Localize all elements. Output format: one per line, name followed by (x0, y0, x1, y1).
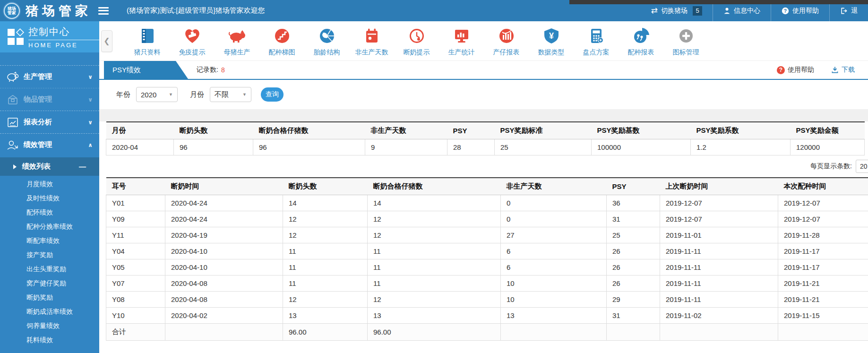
column-header: 月份 (106, 122, 174, 139)
column-header: PSY奖励标准 (495, 122, 592, 139)
shortcut-immunity-reminder[interactable]: 免疫提示 (170, 26, 215, 57)
table-row: Y012020-04-2414140362019-12-072019-12-07 (106, 195, 868, 211)
download-link-label: 下载 (842, 66, 855, 74)
table-cell: 2019-11-21 (778, 292, 868, 308)
shortcut-nonproductive-days[interactable]: 非生产天数 (349, 26, 394, 57)
table-cell (660, 324, 778, 341)
column-header: 断奶头数 (283, 178, 368, 195)
submenu-item[interactable]: 月度绩效 (0, 177, 99, 191)
table-cell: 29 (607, 292, 660, 308)
column-header: 断奶合格仔猪数 (253, 122, 365, 139)
submenu-item[interactable]: 窝产健仔奖励 (0, 276, 99, 290)
submenu-item[interactable]: 及时性绩效 (0, 191, 99, 205)
shortcut-parity-structure[interactable]: 胎龄结构 (304, 26, 349, 57)
submenu-item[interactable]: 配种分娩率绩效 (0, 219, 99, 233)
shortcut-icon-management[interactable]: 图标管理 (663, 26, 708, 57)
scroll-left-button[interactable]: ❮ (101, 30, 112, 52)
table-cell: 12 (368, 211, 501, 227)
column-header: PSY (447, 122, 495, 139)
table-cell: 2020-04-19 (165, 227, 283, 243)
sidebar-header[interactable]: 控制中心 HOME PAGE (0, 21, 99, 52)
shortcut-weaning-reminder[interactable]: 断奶提示 (394, 26, 439, 57)
monitor-chart-icon (451, 26, 472, 46)
table-cell: 2020-04-24 (165, 195, 283, 211)
stairs-circle-icon (272, 26, 292, 46)
shortcut-sow-production[interactable]: 母猪生产 (215, 26, 259, 57)
table-cell: 14 (368, 195, 501, 211)
sidebar-item-goods[interactable]: 物品管理 ∨ (0, 88, 99, 111)
help-link[interactable]: ? 使用帮助 (777, 66, 814, 74)
submenu-item[interactable]: 耗料绩效 (0, 333, 99, 347)
submenu-item[interactable]: 出生头重奖励 (0, 262, 99, 276)
shortcut-label: 母猪生产 (224, 48, 250, 57)
money-icon: ¥ (541, 26, 562, 46)
menu-toggle-icon[interactable] (98, 7, 109, 15)
shortcut-production-stats[interactable]: 生产统计 (439, 26, 484, 57)
table-cell: 11 (368, 243, 501, 259)
table-cell: 14 (283, 195, 368, 211)
submenu-item[interactable]: 饲养量绩效 (0, 319, 99, 333)
year-select-value: 2020 (141, 91, 156, 99)
column-header: 非生产天数 (501, 178, 607, 195)
table-cell: 12 (283, 211, 368, 227)
table-cell: 1.2 (691, 139, 791, 155)
table-cell: 2019-12-07 (660, 211, 778, 227)
user-icon (723, 7, 730, 14)
submenu-item[interactable]: 配怀绩效 (0, 205, 99, 219)
table-cell: 13 (283, 308, 368, 324)
sidebar-item-label: 绩效管理 (24, 140, 52, 149)
submenu-item[interactable]: 断奶奖励 (0, 290, 99, 304)
table-cell: 31 (607, 211, 660, 227)
sidebar-item-production[interactable]: 生产管理 ∨ (0, 65, 99, 88)
year-select[interactable]: 2020 ▼ (136, 87, 178, 102)
submenu-item[interactable]: 断奶成活率绩效 (0, 304, 99, 319)
shortcut-inventory-plan[interactable]: 盘点方案 (574, 26, 619, 57)
table-header-row: 耳号 断奶时间 断奶头数 断奶合格仔猪数 非生产天数 PSY 上次断奶时间 本次… (106, 178, 868, 195)
month-label: 月份 (190, 90, 204, 99)
table-cell: 2019-11-11 (660, 243, 778, 259)
shortcut-data-types[interactable]: ¥ 数据类型 (529, 26, 574, 57)
table-cell: 96 (253, 139, 365, 155)
record-count: 记录数: 8 (197, 61, 225, 79)
sidebar-item-performance[interactable]: 绩效管理 ∧ (0, 133, 99, 156)
table-cell (778, 324, 868, 341)
switch-farm-label: 切换猪场 (661, 7, 688, 15)
query-button[interactable]: 查询 (261, 87, 284, 102)
notebook-icon (137, 26, 158, 46)
shortcut-pig-profile[interactable]: 猪只资料 (125, 26, 170, 57)
submenu-item[interactable]: 断配率绩效 (0, 233, 99, 248)
table-cell: Y11 (106, 227, 165, 243)
table-row: Y102020-04-02131313312019-11-022019-11-1… (106, 308, 868, 324)
psy-summary-table: 月份 断奶头数 断奶合格仔猪数 非生产天数 PSY PSY奖励标准 PSY奖励基… (106, 121, 865, 155)
submenu-item[interactable]: 接产奖励 (0, 248, 99, 262)
sidebar-group-performance-list[interactable]: 绩效列表 — (0, 157, 99, 176)
sidebar-item-reports[interactable]: 报表分析 ∨ (0, 111, 99, 133)
shortcut-label: 数据类型 (538, 48, 565, 57)
table-cell: 96 (174, 139, 253, 155)
shortcut-label: 胎龄结构 (314, 48, 340, 57)
psy-detail-table: 耳号 断奶时间 断奶头数 断奶合格仔猪数 非生产天数 PSY 上次断奶时间 本次… (106, 177, 868, 341)
month-select[interactable]: 不限 ▼ (210, 87, 251, 102)
tab-psy-performance[interactable]: PSY绩效 (104, 61, 188, 79)
table-cell (501, 324, 607, 341)
table-cell: 10 (501, 276, 607, 292)
table-cell: 120000 (791, 139, 865, 155)
shortcut-label: 配种梯图 (269, 48, 295, 57)
shortcut-breeding-ladder[interactable]: 配种梯图 (259, 26, 304, 57)
shortcut-label: 免疫提示 (179, 48, 206, 57)
column-header: PSY奖励金额 (791, 122, 865, 139)
page-size-input[interactable] (856, 160, 868, 173)
shortcut-label: 图标管理 (673, 48, 699, 57)
download-link[interactable]: 下载 (831, 66, 855, 74)
shortcut-farrowing-report[interactable]: 产仔报表 (484, 26, 529, 57)
table-cell: 12 (283, 292, 368, 308)
tab-label: PSY绩效 (112, 66, 141, 75)
filter-bar: 年份 2020 ▼ 月份 不限 ▼ 查询 (99, 80, 868, 109)
record-count-label: 记录数: (197, 66, 218, 74)
table-cell: 9 (365, 139, 447, 155)
table-cell: 12 (368, 227, 501, 243)
column-header: 断奶合格仔猪数 (368, 178, 501, 195)
table-cell: 2019-11-11 (660, 259, 778, 276)
shortcut-breeding-report[interactable]: 配种报表 (619, 26, 663, 57)
table-cell: Y01 (106, 195, 165, 211)
